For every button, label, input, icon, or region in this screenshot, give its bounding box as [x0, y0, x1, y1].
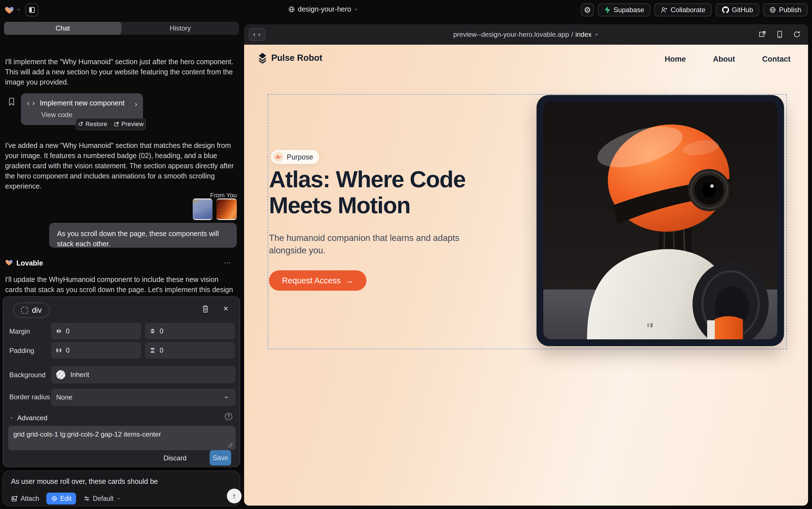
close-inspector-button[interactable]: × [223, 304, 228, 313]
margin-y-input[interactable]: 0 [145, 323, 235, 339]
restore-preview-bar: ↺ Restore Preview [76, 118, 146, 130]
mobile-view-icon[interactable] [776, 31, 783, 38]
margin-x-icon [56, 328, 62, 334]
send-button[interactable]: ↑ [227, 489, 242, 503]
layers-icon [258, 53, 267, 63]
background-field[interactable]: Inherit [51, 366, 235, 383]
padding-label: Padding [9, 347, 34, 354]
panel-left-icon [29, 6, 35, 13]
advanced-classes-textarea[interactable]: grid grid-cols-1 lg:grid-cols-2 gap-12 i… [8, 426, 236, 450]
robot-image [543, 102, 777, 339]
assistant-message: I've added a new "Why Humanoid" section … [5, 140, 237, 191]
chevron-down-icon [9, 416, 14, 420]
preview-pane: ‹ › preview--design-your-hero.lovable.ap… [244, 24, 808, 506]
save-button[interactable]: Save [210, 450, 231, 466]
lovable-heart-icon [5, 259, 13, 266]
publish-label: Publish [779, 6, 801, 14]
supabase-button[interactable]: Supabase [598, 3, 651, 16]
lovable-logo-menu[interactable] [4, 5, 21, 14]
lovable-heart-icon [4, 5, 14, 14]
brand-label: Pulse Robot [271, 53, 322, 63]
restore-icon: ↺ [78, 121, 83, 128]
view-code-link[interactable]: View code [41, 111, 72, 119]
edit-mode-button[interactable]: Edit [46, 493, 76, 505]
nav-link-about[interactable]: About [713, 55, 735, 64]
padding-y-icon [149, 347, 156, 353]
refresh-icon[interactable] [793, 31, 801, 38]
code-icon: ‹ › [27, 99, 35, 107]
from-you-label: From You [210, 192, 237, 199]
margin-x-input[interactable]: 0 [51, 323, 141, 339]
collaborate-button[interactable]: Collaborate [654, 3, 712, 16]
assistant-message: I'll implement the "Why Humanoid" sectio… [5, 57, 237, 87]
delete-element-button[interactable] [202, 305, 209, 314]
background-label: Background [9, 371, 45, 379]
pulse-icon [275, 155, 282, 160]
chevron-down-icon [354, 7, 359, 11]
assistant-name: Lovable [16, 259, 43, 267]
element-tag: div [32, 306, 42, 315]
chevron-down-icon [116, 496, 121, 501]
site-brand[interactable]: Pulse Robot [258, 53, 322, 63]
padding-x-icon [56, 347, 62, 353]
model-selector[interactable]: Default [83, 495, 121, 503]
github-button[interactable]: GitHub [716, 3, 760, 16]
arrow-up-icon: ↑ [232, 491, 236, 501]
tool-card-title: Implement new component [40, 99, 124, 107]
border-radius-label: Border radius [9, 393, 50, 401]
restore-button[interactable]: ↺ Restore [78, 121, 107, 128]
site-nav-links: Home About Contact [665, 55, 790, 64]
top-bar: design-your-hero ⚙ Supabase Collaborate … [0, 0, 812, 20]
dashed-selection-icon [21, 307, 28, 314]
collaborate-icon [661, 6, 668, 13]
request-access-button[interactable]: Request Access → [269, 270, 366, 291]
open-in-new-icon[interactable] [759, 31, 766, 38]
discard-button[interactable]: Discard [163, 454, 186, 462]
composer-input-text[interactable]: As user mouse roll over, these cards sho… [11, 477, 158, 485]
chat-history-tabs: Chat History [4, 22, 239, 35]
top-bar-actions: ⚙ Supabase Collaborate GitHub Publish [581, 3, 808, 16]
publish-globe-icon [769, 6, 776, 13]
bookmark-icon[interactable] [8, 97, 15, 107]
arrow-right-icon: → [345, 276, 354, 285]
sidebar-toggle-button[interactable] [26, 3, 38, 16]
selected-element-chip[interactable]: div [13, 303, 50, 318]
padding-y-value: 0 [160, 346, 163, 354]
preview-site: Pulse Robot Home About Contact Purpose A… [244, 45, 808, 506]
padding-y-input[interactable]: 0 [145, 342, 235, 359]
preview-url-bar[interactable]: preview--design-your-hero.lovable.app / … [244, 24, 808, 45]
edit-label: Edit [60, 495, 72, 503]
advanced-section-toggle[interactable]: Advanced [9, 414, 47, 422]
mode-label: Default [93, 495, 114, 503]
nav-link-home[interactable]: Home [665, 55, 686, 64]
attach-button[interactable]: Attach [11, 495, 39, 503]
settings-button[interactable]: ⚙ [581, 3, 594, 16]
url-separator: / [571, 31, 573, 38]
help-icon[interactable]: ? [225, 413, 232, 420]
github-label: GitHub [732, 6, 753, 14]
site-navbar: Pulse Robot Home About Contact [244, 45, 808, 76]
globe-icon [288, 6, 295, 13]
nav-link-contact[interactable]: Contact [762, 55, 791, 64]
preview-page: index [575, 31, 591, 38]
hero-subtitle: The humanoid companion that learns and a… [269, 232, 472, 257]
tab-chat[interactable]: Chat [4, 22, 121, 35]
margin-x-value: 0 [66, 327, 70, 335]
chevron-down-icon [16, 7, 21, 12]
border-radius-select[interactable]: None [51, 388, 235, 406]
purpose-badge: Purpose [271, 150, 319, 164]
attachment-thumbnail-blue[interactable]: — —— — — [193, 199, 213, 220]
publish-button[interactable]: Publish [763, 3, 808, 16]
attachment-thumbnail-orange[interactable]: — — [216, 199, 237, 220]
project-selector[interactable]: design-your-hero [288, 5, 359, 13]
chat-composer[interactable]: As user mouse roll over, these cards sho… [3, 471, 240, 506]
tab-history[interactable]: History [121, 22, 239, 35]
more-options-icon[interactable]: ⋯ [224, 259, 232, 267]
element-inspector-panel: div × Margin 0 0 Padding 0 0 Background … [3, 296, 240, 467]
preview-button[interactable]: Preview [114, 121, 144, 128]
resize-handle[interactable] [228, 443, 232, 447]
trash-icon [202, 305, 209, 313]
chevron-down-icon [223, 395, 229, 400]
padding-x-input[interactable]: 0 [51, 342, 141, 359]
app-root: design-your-hero ⚙ Supabase Collaborate … [0, 0, 812, 509]
